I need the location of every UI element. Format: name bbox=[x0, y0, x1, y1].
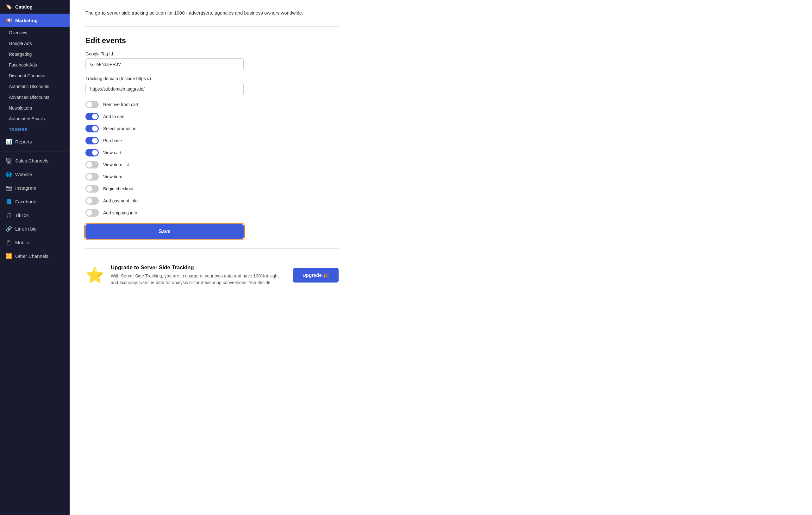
toggle-add-payment-info[interactable] bbox=[85, 197, 99, 205]
google-tag-id-field: Google Tag Id bbox=[85, 51, 339, 76]
toggles-list: Remove from cartAdd to cartSelect promot… bbox=[85, 101, 339, 217]
marketing-icon: 📢 bbox=[6, 18, 12, 23]
sidebar-item-discount-coupons[interactable]: Discount Coupons bbox=[0, 70, 69, 81]
main-content: The go-to server side tracking solution … bbox=[69, 0, 812, 515]
upgrade-description: With Server Side Tracking, you are in ch… bbox=[111, 273, 287, 286]
google-tag-id-input[interactable] bbox=[85, 58, 244, 70]
toggle-row-view-item: View item bbox=[85, 173, 339, 181]
sidebar-divider bbox=[0, 151, 69, 152]
sidebar-item-other-channels[interactable]: 🔀 Other Channels bbox=[0, 249, 69, 263]
tracking-domain-label: Tracking domain (Include https://) bbox=[85, 76, 339, 81]
section-separator bbox=[85, 248, 339, 249]
toggle-label-add-to-cart: Add to cart bbox=[103, 114, 125, 119]
toggle-add-to-cart[interactable] bbox=[85, 113, 99, 120]
reports-icon: 📊 bbox=[6, 139, 12, 145]
catalog-icon: 🏷️ bbox=[6, 4, 12, 10]
toggle-label-view-item: View item bbox=[103, 174, 122, 179]
sidebar-item-facebook-ads[interactable]: Facebook Ads bbox=[0, 59, 69, 70]
toggle-row-add-to-cart: Add to cart bbox=[85, 113, 339, 120]
sidebar-item-tiktok[interactable]: 🎵 TikTok bbox=[0, 209, 69, 222]
content-area: The go-to server side tracking solution … bbox=[69, 0, 354, 302]
marketing-submenu: Overview Google Ads Retargeting Facebook… bbox=[0, 27, 69, 135]
instagram-icon: 📷 bbox=[6, 185, 12, 191]
toggle-view-item[interactable] bbox=[85, 173, 99, 181]
toggle-label-add-shipping-info: Add shipping info bbox=[103, 210, 137, 215]
toggle-row-add-shipping-info: Add shipping info bbox=[85, 209, 339, 217]
toggle-label-view-item-list: View item list bbox=[103, 162, 129, 167]
toggle-purchase[interactable] bbox=[85, 137, 99, 144]
toggle-add-shipping-info[interactable] bbox=[85, 209, 99, 217]
sidebar-item-instagram[interactable]: 📷 Instagram bbox=[0, 181, 69, 195]
tracking-domain-field: Tracking domain (Include https://) bbox=[85, 76, 339, 101]
sidebar-item-newsletters[interactable]: Newsletters bbox=[0, 103, 69, 113]
save-button[interactable]: Save bbox=[85, 224, 244, 239]
upgrade-star-icon: ⭐ bbox=[85, 266, 105, 284]
sidebar-item-retargeting[interactable]: Retargeting bbox=[0, 49, 69, 59]
sales-channels-icon: 🖥️ bbox=[6, 158, 12, 164]
mobile-icon: 📱 bbox=[6, 240, 12, 245]
sidebar-item-website[interactable]: 🌐 Website bbox=[0, 167, 69, 181]
toggle-row-begin-checkout: Begin checkout bbox=[85, 185, 339, 193]
upgrade-box: ⭐ Upgrade to Server Side Tracking With S… bbox=[85, 258, 339, 292]
google-tag-id-label: Google Tag Id bbox=[85, 51, 339, 56]
sidebar-item-advanced-discounts[interactable]: Advanced Discounts bbox=[0, 92, 69, 103]
sidebar-item-automatic-discounts[interactable]: Automatic Discounts bbox=[0, 81, 69, 92]
sidebar-item-google-ads[interactable]: Google Ads bbox=[0, 38, 69, 49]
intro-text: The go-to server side tracking solution … bbox=[85, 9, 339, 27]
sidebar-item-overview[interactable]: Overview bbox=[0, 27, 69, 38]
facebook-icon: 📘 bbox=[6, 198, 12, 205]
sidebar-item-link-in-bio[interactable]: 🔗 Link in bio bbox=[0, 222, 69, 236]
toggle-label-add-payment-info: Add payment info bbox=[103, 198, 138, 204]
toggle-select-promotion[interactable] bbox=[85, 125, 99, 132]
toggle-row-add-payment-info: Add payment info bbox=[85, 197, 339, 205]
tracking-domain-input[interactable] bbox=[85, 83, 244, 95]
sidebar-item-sales-channels[interactable]: 🖥️ Sales Channels bbox=[0, 154, 69, 167]
link-in-bio-icon: 🔗 bbox=[6, 226, 12, 232]
edit-events-title: Edit events bbox=[85, 36, 339, 45]
sidebar: 🏷️ Catalog 📢 Marketing Overview Google A… bbox=[0, 0, 69, 515]
toggle-label-select-promotion: Select promotion bbox=[103, 126, 136, 131]
other-channels-icon: 🔀 bbox=[6, 253, 12, 259]
sidebar-item-catalog[interactable]: 🏷️ Catalog bbox=[0, 0, 69, 13]
sidebar-item-mobile[interactable]: 📱 Mobile bbox=[0, 236, 69, 249]
website-icon: 🌐 bbox=[6, 171, 12, 178]
toggle-row-view-cart: View cart bbox=[85, 149, 339, 157]
toggle-row-view-item-list: View item list bbox=[85, 161, 339, 168]
toggle-row-select-promotion: Select promotion bbox=[85, 125, 339, 132]
tiktok-icon: 🎵 bbox=[6, 212, 12, 218]
toggle-label-view-cart: View cart bbox=[103, 150, 121, 155]
sidebar-item-taggrs[interactable]: TAGGRS bbox=[0, 124, 69, 135]
toggle-label-purchase: Purchase bbox=[103, 138, 122, 143]
toggle-label-remove-from-cart: Remove from cart bbox=[103, 102, 138, 107]
toggle-view-item-list[interactable] bbox=[85, 161, 99, 168]
upgrade-title: Upgrade to Server Side Tracking bbox=[111, 265, 287, 271]
sidebar-item-marketing[interactable]: 📢 Marketing bbox=[0, 13, 69, 27]
toggle-row-remove-from-cart: Remove from cart bbox=[85, 101, 339, 108]
sidebar-item-automated-emails[interactable]: Automated Emails bbox=[0, 113, 69, 124]
sidebar-item-facebook[interactable]: 📘 Facebook bbox=[0, 195, 69, 209]
toggle-row-purchase: Purchase bbox=[85, 137, 339, 144]
upgrade-button[interactable]: Upgrade 🎉 bbox=[293, 268, 339, 282]
toggle-begin-checkout[interactable] bbox=[85, 185, 99, 193]
upgrade-text: Upgrade to Server Side Tracking With Ser… bbox=[111, 265, 287, 286]
toggle-remove-from-cart[interactable] bbox=[85, 101, 99, 108]
sidebar-item-reports[interactable]: 📊 Reports bbox=[0, 135, 69, 148]
toggle-label-begin-checkout: Begin checkout bbox=[103, 186, 134, 191]
toggle-view-cart[interactable] bbox=[85, 149, 99, 157]
